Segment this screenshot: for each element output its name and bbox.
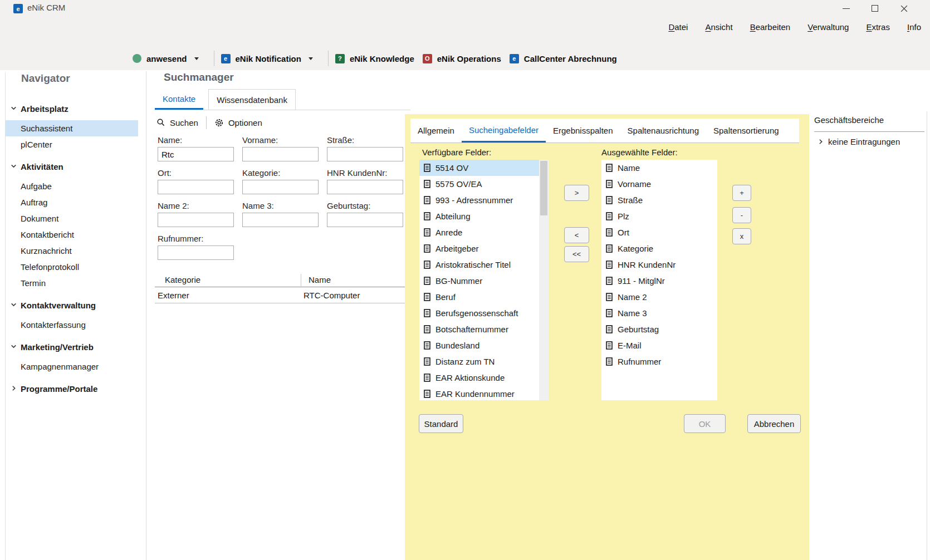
rufnummer-input[interactable] [158, 245, 234, 260]
stra-e-input[interactable] [327, 147, 403, 161]
field-item-911-mitglnr[interactable]: 911 - MitglNr [601, 273, 717, 289]
field-item-anrede[interactable]: Anrede [419, 224, 549, 240]
menu-info[interactable]: Info [907, 22, 921, 32]
field-item-ear-aktionskunde[interactable]: EAR Aktionskunde [419, 370, 549, 386]
sidebar-item-kurznachricht[interactable]: Kurznachricht [0, 243, 141, 259]
field-item-abteilung[interactable]: Abteilung [419, 208, 549, 224]
presence-selector[interactable]: anwesend [133, 54, 199, 63]
tab-kontakte[interactable]: Kontakte [155, 89, 203, 110]
dropdown-caret-icon[interactable] [194, 57, 199, 60]
move-right-button[interactable]: > [564, 185, 589, 201]
sidebar-item-suchassistent[interactable]: Suchassistent [6, 120, 138, 136]
item-label: Aufgabe [21, 181, 52, 191]
sidebar-item-auftrag[interactable]: Auftrag [0, 194, 141, 210]
toolbar-app-callcenter-abrechnung[interactable]: eCallCenter Abrechnung [510, 54, 617, 63]
tab-wissensdatenbank[interactable]: Wissensdatenbank [208, 89, 296, 110]
kategorie-input[interactable] [242, 180, 319, 194]
table-row[interactable]: ExternerRTC-Computer [155, 287, 410, 303]
column-header-name[interactable]: Name [301, 274, 410, 286]
dialog-tab-spaltenausrichtung[interactable]: Spaltenausrichtung [620, 119, 706, 143]
field-item-name-3[interactable]: Name 3 [601, 305, 717, 321]
close-button[interactable] [891, 0, 917, 17]
field-item-aristokratischer-titel[interactable]: Aristokratischer Titel [419, 257, 549, 273]
sidebar-item-dokument[interactable]: Dokument [0, 210, 141, 227]
field-item-bundesland[interactable]: Bundesland [419, 337, 549, 353]
field-item-name[interactable]: Name [601, 160, 717, 176]
toolbar-app-enik-knowledge[interactable]: ?eNik Knowledge [335, 54, 414, 63]
toolbar-app-enik-notification[interactable]: eeNik Notification [221, 54, 313, 63]
name-2-input[interactable] [158, 213, 234, 227]
suchen-button[interactable]: Suchen [156, 118, 198, 127]
sidebar-item-kontaktbericht[interactable]: Kontaktbericht [0, 227, 141, 243]
toolbar-app-enik-operations[interactable]: OeNik Operations [423, 54, 501, 63]
field-item-ear-kundennummer[interactable]: EAR Kundennummer [419, 386, 549, 400]
sidebar-section-arbeitsplatz[interactable]: Arbeitsplatz [0, 100, 141, 117]
scrollbar-thumb[interactable] [540, 161, 547, 215]
field-item-geburtstag[interactable]: Geburtstag [601, 321, 717, 337]
field-item-e-mail[interactable]: E-Mail [601, 337, 717, 353]
maximize-button[interactable] [862, 0, 888, 17]
field-item-5514-ov[interactable]: 5514 OV [419, 160, 549, 176]
column-header-kategorie[interactable]: Kategorie [155, 275, 301, 284]
field-item-arbeitgeber[interactable]: Arbeitgeber [419, 240, 549, 257]
hnr-kundennr-input[interactable] [327, 180, 403, 194]
field-item-berufsgenossenschaft[interactable]: Berufsgenossenschaft [419, 305, 549, 321]
field-item-kategorie[interactable]: Kategorie [601, 240, 717, 257]
list-scrollbar[interactable] [539, 160, 549, 400]
sidebar-item-kampagnenmanager[interactable]: Kampagnenmanager [0, 358, 141, 375]
field-item-beruf[interactable]: Beruf [419, 289, 549, 305]
sidebar-section-kontaktverwaltung[interactable]: Kontaktverwaltung [0, 297, 141, 313]
sidebar-section-aktivit-ten[interactable]: Aktivitäten [0, 158, 141, 175]
dialog-tab-allgemein[interactable]: Allgemein [410, 119, 462, 143]
name-3-input[interactable] [242, 213, 319, 227]
field-item-bg-nummer[interactable]: BG-Nummer [419, 273, 549, 289]
menu-datei[interactable]: Datei [668, 22, 688, 32]
field-item-hnr-kundennr[interactable]: HNR KundenNr [601, 257, 717, 273]
move-all-left-button[interactable]: << [564, 246, 589, 262]
sidebar-item-plcenter[interactable]: plCenter [0, 136, 141, 153]
ort-input[interactable] [158, 180, 234, 194]
field-item-5575-ov-ea[interactable]: 5575 OV/EA [419, 176, 549, 192]
field-item-ort[interactable]: Ort [601, 224, 717, 240]
sidebar-item-aufgabe[interactable]: Aufgabe [0, 178, 141, 194]
sidebar-section-programme-portale[interactable]: Programme/Portale [0, 380, 141, 397]
dialog-tab-sucheingabefelder[interactable]: Sucheingabefelder [462, 119, 546, 143]
sidebar-item-telefonprotokoll[interactable]: Telefonprotokoll [0, 259, 141, 275]
field-item-993-adressnummer[interactable]: 993 - Adressnummer [419, 192, 549, 208]
field-item-vorname[interactable]: Vorname [601, 176, 717, 192]
optionen-button[interactable]: Optionen [214, 118, 262, 127]
ok-button[interactable]: OK [684, 414, 726, 433]
field-item-stra-e[interactable]: Straße [601, 192, 717, 208]
geburtstag-input[interactable] [327, 213, 403, 227]
menu-verwaltung[interactable]: Verwaltung [807, 22, 849, 32]
dialog-tab-ergebnisspalten[interactable]: Ergebnisspalten [546, 119, 620, 143]
field-icon [606, 164, 613, 172]
move-up-button[interactable]: + [732, 185, 751, 201]
field-item-distanz-zum-tn[interactable]: Distanz zum TN [419, 353, 549, 370]
move-down-button[interactable]: - [732, 207, 751, 223]
vorname-input[interactable] [242, 147, 319, 161]
remove-button[interactable]: x [732, 228, 751, 244]
field-item-rufnummer[interactable]: Rufnummer [601, 353, 717, 370]
cancel-button[interactable]: Abbrechen [747, 414, 801, 433]
menu-extras[interactable]: Extras [866, 22, 890, 32]
available-fields-list[interactable]: 5514 OV5575 OV/EA993 - AdressnummerAbtei… [419, 160, 549, 400]
menu-bearbeiten[interactable]: Bearbeiten [750, 22, 791, 32]
sidebar-section-marketing-vertrieb[interactable]: Marketing/Vertrieb [0, 338, 141, 355]
selected-fields-list[interactable]: NameVornameStraßePlzOrtKategorieHNR Kund… [601, 160, 717, 400]
menu-ansicht[interactable]: Ansicht [705, 22, 732, 32]
standard-button[interactable]: Standard [419, 414, 463, 433]
dropdown-caret-icon[interactable] [309, 57, 313, 60]
minimize-button[interactable] [833, 0, 859, 17]
field-item-botschafternummer[interactable]: Botschafternummer [419, 321, 549, 337]
field-icon [424, 244, 430, 253]
move-left-button[interactable]: < [564, 227, 589, 243]
sidebar-item-kontakterfassung[interactable]: Kontakterfassung [0, 317, 141, 333]
name-input[interactable] [158, 147, 234, 161]
field-item-plz[interactable]: Plz [601, 208, 717, 224]
sidebar-item-termin[interactable]: Termin [0, 275, 141, 291]
form-field-hnr-kundennr: HNR KundenNr: [327, 168, 403, 194]
field-item-name-2[interactable]: Name 2 [601, 289, 717, 305]
dialog-tab-spaltensortierung[interactable]: Spaltensortierung [706, 119, 786, 143]
business-areas-empty-row[interactable]: keine Eintragungen [817, 137, 900, 146]
